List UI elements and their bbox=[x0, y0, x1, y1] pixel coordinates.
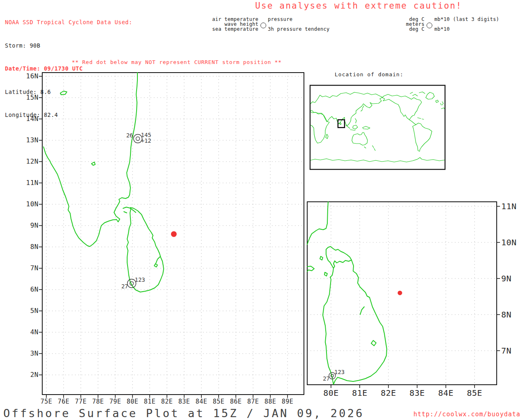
main-map-y-tick-3N: 3N bbox=[11, 349, 39, 357]
main-map-y-tick-6N: 6N bbox=[11, 285, 39, 293]
main-map-y-tick-15N: 15N bbox=[11, 94, 39, 101]
main-map-x-tick-80E: 80E bbox=[124, 398, 141, 405]
station-pressure: 123 bbox=[135, 276, 145, 283]
station-plot-chennai: 26145+12 bbox=[126, 132, 151, 144]
legend-tendency-units: mb*10 bbox=[434, 27, 450, 32]
detail-map-y-tick-8N: 8N bbox=[501, 310, 525, 320]
main-map-y-tick-10N: 10N bbox=[11, 200, 39, 208]
main-map-y-tick-9N: 9N bbox=[11, 221, 39, 229]
main-map-y-tick-8N: 8N bbox=[11, 243, 39, 251]
main-map-x-tick-77E: 77E bbox=[72, 398, 89, 405]
storm-position-dot-detail bbox=[398, 291, 402, 295]
detail-map: 12327 bbox=[307, 202, 497, 385]
inset-world-map bbox=[310, 85, 445, 169]
main-map-x-tick-86E: 86E bbox=[227, 398, 244, 405]
source-url[interactable]: http://coolwx.com/buoydata bbox=[413, 411, 520, 418]
detail-map-x-tick-85E: 85E bbox=[460, 388, 489, 398]
legend-pressure: pressure bbox=[268, 17, 292, 22]
detail-map-y-tick-10N: 10N bbox=[501, 237, 525, 247]
main-map-coastlines bbox=[43, 73, 164, 292]
plot-title: Offshore Surface Plot at 15Z / JAN 09, 2… bbox=[3, 407, 364, 420]
detail-map-x-tick-81E: 81E bbox=[345, 388, 374, 398]
main-map-x-tick-81E: 81E bbox=[141, 398, 158, 405]
main-map-y-tick-2N: 2N bbox=[11, 371, 39, 379]
station-sea-temp: 27 bbox=[323, 375, 330, 382]
station-pressure: 123 bbox=[334, 369, 345, 375]
station-plot-colombo-detail: 12327 bbox=[323, 369, 345, 382]
units-model-circle-icon bbox=[427, 23, 432, 28]
main-map-x-tick-87E: 87E bbox=[244, 398, 262, 405]
main-map-y-tick-4N: 4N bbox=[11, 328, 39, 336]
main-map-x-tick-78E: 78E bbox=[89, 398, 107, 405]
main-map-x-tick-82E: 82E bbox=[158, 398, 176, 405]
inset-map-title: Location of domain: bbox=[335, 71, 404, 78]
station-plot-colombo: 12327 bbox=[121, 276, 145, 290]
main-map-y-tick-5N: 5N bbox=[11, 307, 39, 315]
detail-map-x-tick-84E: 84E bbox=[431, 388, 460, 398]
offshore-surface-plot-page: NOAA SSD Tropical Cyclone Data Used: Sto… bbox=[0, 0, 525, 420]
main-map-y-tick-12N: 12N bbox=[11, 158, 39, 165]
main-map-y-tick-14N: 14N bbox=[11, 115, 39, 123]
station-air-temp: 26 bbox=[126, 132, 133, 139]
main-map-y-tick-7N: 7N bbox=[11, 264, 39, 272]
main-map-y-tick-16N: 16N bbox=[11, 72, 39, 80]
main-map-x-tick-75E: 75E bbox=[38, 398, 55, 405]
tc-info-header: NOAA SSD Tropical Cyclone Data Used: bbox=[5, 18, 132, 26]
main-map-x-tick-76E: 76E bbox=[55, 398, 72, 405]
detail-map-y-tick-9N: 9N bbox=[501, 274, 525, 283]
storm-position-warning: ** Red dot below may NOT represent CURRE… bbox=[72, 59, 282, 65]
main-map-x-tick-79E: 79E bbox=[107, 398, 124, 405]
detail-map-y-tick-7N: 7N bbox=[501, 346, 525, 356]
tc-storm-id: Storm: 90B bbox=[5, 42, 132, 50]
detail-map-x-tick-83E: 83E bbox=[403, 388, 431, 398]
station-model-circle-icon bbox=[260, 23, 266, 28]
main-map-ticks bbox=[39, 76, 288, 398]
station-tendency: +12 bbox=[141, 137, 151, 144]
legend-sea-temp-units: deg C bbox=[342, 27, 425, 32]
main-map-x-tick-83E: 83E bbox=[176, 398, 193, 405]
legend-sea-temperature: sea temperature bbox=[176, 27, 258, 32]
detail-map-x-tick-82E: 82E bbox=[374, 388, 403, 398]
main-map-x-tick-88E: 88E bbox=[262, 398, 279, 405]
main-map-x-tick-89E: 89E bbox=[279, 398, 296, 405]
legend-pressure-units: mb*10 (last 3 digits) bbox=[434, 17, 499, 22]
detail-map-coastlines bbox=[307, 202, 387, 384]
main-map-x-tick-84E: 84E bbox=[193, 398, 210, 405]
legend-pressure-tendency: 3h pressure tendency bbox=[268, 27, 330, 32]
tc-datetime: Date/Time: 09/1730 UTC bbox=[5, 65, 132, 73]
main-map-y-tick-11N: 11N bbox=[11, 179, 39, 187]
inset-frame bbox=[310, 85, 445, 169]
main-map-y-tick-13N: 13N bbox=[11, 136, 39, 144]
detail-map-x-tick-80E: 80E bbox=[317, 388, 345, 398]
inset-world-coastlines bbox=[310, 92, 445, 162]
caution-banner: Use analyses with extreme caution! bbox=[255, 1, 462, 11]
main-map-x-tick-85E: 85E bbox=[210, 398, 227, 405]
main-map: 26145+1212327 bbox=[42, 73, 304, 395]
storm-position-dot bbox=[171, 231, 177, 237]
station-sea-temp: 27 bbox=[121, 283, 128, 290]
detail-map-y-tick-11N: 11N bbox=[501, 201, 525, 211]
